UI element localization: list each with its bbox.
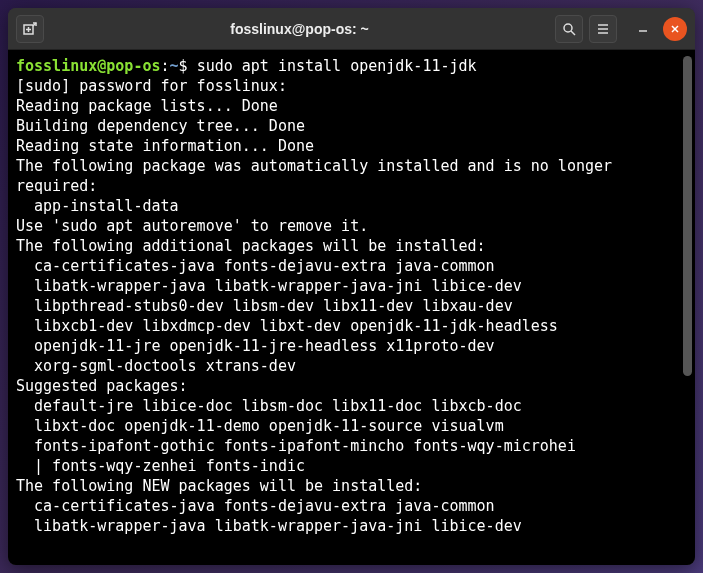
output-line: xorg-sgml-doctools xtrans-dev [16, 357, 296, 375]
prompt-separator-dollar: $ [179, 57, 197, 75]
prompt-command: sudo apt install openjdk-11-jdk [197, 57, 477, 75]
close-icon [670, 24, 680, 34]
output-line: fonts-ipafont-gothic fonts-ipafont-minch… [16, 437, 576, 455]
new-tab-icon [23, 22, 37, 36]
output-line: | fonts-wqy-zenhei fonts-indic [16, 457, 305, 475]
output-line: Reading state information... Done [16, 137, 314, 155]
output-line: libxt-doc openjdk-11-demo openjdk-11-sou… [16, 417, 504, 435]
output-line: libatk-wrapper-java libatk-wrapper-java-… [16, 277, 522, 295]
terminal-content: fosslinux@pop-os:~$ sudo apt install ope… [16, 56, 687, 536]
output-line: Use 'sudo apt autoremove' to remove it. [16, 217, 368, 235]
prompt-user-host: fosslinux@pop-os [16, 57, 161, 75]
window-title: fosslinux@pop-os: ~ [44, 21, 555, 37]
titlebar-right [555, 15, 687, 43]
minimize-icon [638, 24, 648, 34]
output-line: default-jre libice-doc libsm-doc libx11-… [16, 397, 522, 415]
svg-point-4 [564, 24, 572, 32]
output-line: openjdk-11-jre openjdk-11-jre-headless x… [16, 337, 495, 355]
minimize-button[interactable] [631, 17, 655, 41]
search-button[interactable] [555, 15, 583, 43]
output-line: The following package was automatically … [16, 157, 621, 195]
output-line: libatk-wrapper-java libatk-wrapper-java-… [16, 517, 522, 535]
terminal-window: fosslinux@pop-os: ~ [8, 8, 695, 565]
svg-line-5 [571, 31, 575, 35]
output-line: The following additional packages will b… [16, 237, 486, 255]
search-icon [562, 22, 576, 36]
terminal-body[interactable]: fosslinux@pop-os:~$ sudo apt install ope… [8, 50, 695, 565]
output-line: The following NEW packages will be insta… [16, 477, 422, 495]
output-line: ca-certificates-java fonts-dejavu-extra … [16, 497, 495, 515]
close-button[interactable] [663, 17, 687, 41]
output-line: libpthread-stubs0-dev libsm-dev libx11-d… [16, 297, 513, 315]
output-line: Suggested packages: [16, 377, 188, 395]
output-line: [sudo] password for fosslinux: [16, 77, 296, 95]
output-line: Reading package lists... Done [16, 97, 278, 115]
new-tab-button[interactable] [16, 15, 44, 43]
output-line: app-install-data [16, 197, 179, 215]
hamburger-icon [596, 22, 610, 36]
scrollbar-thumb[interactable] [683, 56, 692, 376]
menu-button[interactable] [589, 15, 617, 43]
output-line: libxcb1-dev libxdmcp-dev libxt-dev openj… [16, 317, 558, 335]
prompt-path: ~ [170, 57, 179, 75]
titlebar: fosslinux@pop-os: ~ [8, 8, 695, 50]
prompt-separator-colon: : [161, 57, 170, 75]
window-controls [631, 17, 687, 41]
output-line: Building dependency tree... Done [16, 117, 305, 135]
output-line: ca-certificates-java fonts-dejavu-extra … [16, 257, 495, 275]
titlebar-left [16, 15, 44, 43]
